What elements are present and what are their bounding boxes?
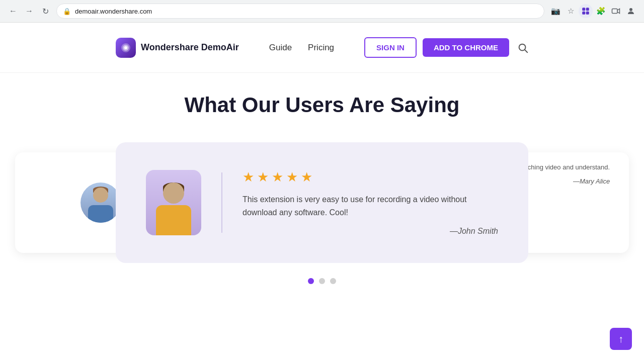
back-button[interactable]: ← [6,4,20,18]
forward-icon: → [25,7,33,16]
logo-text: Wondershare DemoAir [141,42,239,53]
sign-in-button[interactable]: SIGN IN [364,37,417,58]
divider-line [221,172,222,233]
svg-rect-2 [582,12,585,15]
svg-point-5 [629,8,632,11]
navbar-inner: Wondershare DemoAir Guide Pricing SIGN I… [116,37,528,58]
svg-rect-0 [582,8,585,11]
navbar: Wondershare DemoAir Guide Pricing SIGN I… [0,23,644,73]
page-content: Wondershare DemoAir Guide Pricing SIGN I… [0,23,644,362]
person-body [156,205,191,235]
main-content: What Our Users Are Saying [0,73,644,284]
star-5: ★ [301,169,312,185]
browser-toolbar: ← → ↻ 🔒 demoair.wondershare.com 📷 ☆ 🧩 [0,0,644,22]
nav-links: Guide Pricing [269,43,334,53]
extensions-manage-button[interactable]: 🧩 [594,4,608,18]
nav-buttons: ← → ↻ [6,4,52,18]
svg-line-10 [525,50,527,52]
svg-point-8 [124,46,127,49]
search-button[interactable] [517,42,528,53]
nav-link-pricing[interactable]: Pricing [308,43,334,53]
avatar [146,170,201,235]
svg-rect-1 [586,8,589,11]
logo-area: Wondershare DemoAir [116,38,239,58]
media-button[interactable] [609,4,623,18]
person-head [163,183,184,204]
carousel-dots [308,278,336,284]
logo-icon [116,38,136,58]
person-figure [153,180,194,235]
star-1: ★ [243,169,254,185]
nav-link-guide[interactable]: Guide [269,43,292,53]
testimonial-carousel: ★ ★ ★ ★ ★ This extension is very easy to… [45,142,599,263]
add-to-chrome-button[interactable]: ADD TO CHROME [423,38,509,57]
address-bar[interactable]: 🔒 demoair.wondershare.com [56,4,544,19]
camera-icon-button[interactable]: 📷 [548,4,562,18]
url-text: demoair.wondershare.com [75,8,152,15]
toolbar-icons: 📷 ☆ 🧩 [548,4,638,18]
review-text: This extension is very easy to use for r… [243,193,474,219]
star-4: ★ [286,169,298,185]
extension-icon-button[interactable] [579,4,593,18]
lock-icon: 🔒 [63,8,71,15]
star-2: ★ [257,169,269,185]
review-content: ★ ★ ★ ★ ★ This extension is very easy to… [243,169,498,236]
section-title: What Our Users Are Saying [185,93,460,117]
scroll-to-top-button[interactable]: ↑ [610,328,632,350]
side-review-text-right: reaching video and understand. [518,162,610,172]
side-avatar-left [80,183,121,223]
side-card-right-content: reaching video and understand. —Mary Ali… [518,162,610,186]
side-reviewer-name-right: —Mary Alice [518,176,610,187]
svg-rect-4 [612,9,618,14]
back-icon: ← [9,7,17,16]
testimonial-card-main: ★ ★ ★ ★ ★ This extension is very easy to… [116,142,528,263]
svg-rect-3 [586,12,589,15]
carousel-dot-3[interactable] [330,278,336,284]
avatar-container [146,170,201,235]
nav-actions: SIGN IN ADD TO CHROME [364,37,528,58]
reviewer-name: —John Smith [243,227,498,236]
carousel-dot-1[interactable] [308,278,314,284]
reload-button[interactable]: ↻ [38,4,52,18]
carousel-dot-2[interactable] [319,278,325,284]
bookmark-icon-button[interactable]: ☆ [564,4,578,18]
browser-chrome: ← → ↻ 🔒 demoair.wondershare.com 📷 ☆ 🧩 [0,0,644,23]
profile-button[interactable] [624,4,638,18]
scroll-up-icon: ↑ [618,333,623,345]
reload-icon: ↻ [42,7,49,16]
forward-button[interactable]: → [22,4,36,18]
star-rating: ★ ★ ★ ★ ★ [243,169,498,185]
star-3: ★ [272,169,283,185]
